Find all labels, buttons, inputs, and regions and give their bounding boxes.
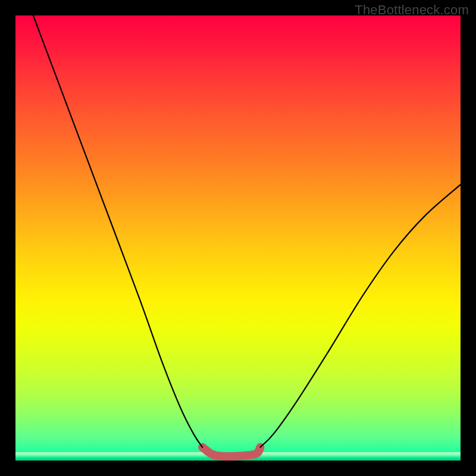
- chart-plot-area: [15, 15, 461, 461]
- watermark-text: TheBottleneck.com: [355, 2, 469, 18]
- curve-left-arm: [33, 15, 202, 447]
- chart-svg: [15, 15, 461, 461]
- curve-right-arm: [260, 184, 461, 447]
- curve-valley: [202, 447, 260, 456]
